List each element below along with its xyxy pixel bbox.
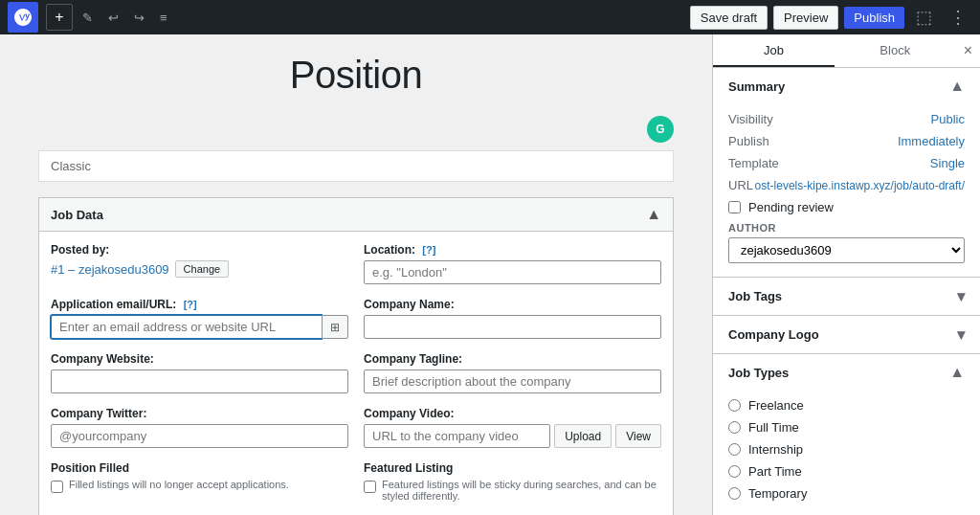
- job-type-label-part-time: Part Time: [748, 464, 802, 479]
- job-type-radio-part-time[interactable]: [728, 465, 741, 478]
- preview-button[interactable]: Preview: [773, 6, 838, 30]
- app-email-help[interactable]: [?]: [184, 299, 197, 310]
- tab-job[interactable]: Job: [713, 35, 835, 67]
- job-type-option-full-time: Full Time: [728, 420, 965, 435]
- visibility-value[interactable]: Public: [931, 112, 965, 126]
- settings-panel-button[interactable]: ⬚: [910, 3, 938, 32]
- wp-logo: [8, 2, 38, 33]
- company-twitter-label: Company Twitter:: [51, 407, 348, 420]
- author-section-label: AUTHOR: [728, 222, 965, 234]
- app-email-append-button[interactable]: ⊞: [322, 315, 348, 339]
- company-video-label: Company Video:: [364, 407, 661, 420]
- pending-review-checkbox[interactable]: [728, 201, 741, 213]
- job-data-section: Job Data ▲ Posted by: #1 – zejakosedu360…: [38, 197, 674, 515]
- job-data-header: Job Data ▲: [39, 198, 673, 232]
- change-user-button[interactable]: Change: [175, 260, 230, 278]
- job-types-section: Job Types ▲ FreelanceFull TimeInternship…: [713, 354, 980, 515]
- job-type-radio-temporary[interactable]: [728, 487, 741, 500]
- app-email-input[interactable]: [51, 315, 322, 339]
- summary-section: Summary ▲ Visibility Public Publish Imme…: [713, 68, 980, 278]
- posted-by-link[interactable]: #1 – zejakosedu3609: [51, 262, 169, 277]
- summary-header[interactable]: Summary ▲: [713, 68, 980, 104]
- job-tags-toggle-icon: ▾: [957, 287, 965, 305]
- featured-listing-label: Featured Listing: [364, 461, 661, 475]
- company-logo-section: Company Logo ▾: [713, 316, 980, 354]
- position-filled-checkbox[interactable]: [51, 481, 63, 493]
- publish-row: Publish Immediately: [728, 134, 965, 148]
- position-filled-label: Position Filled: [51, 461, 348, 475]
- job-type-label-internship: Internship: [748, 442, 803, 457]
- undo-button[interactable]: ↩: [102, 7, 124, 29]
- job-types-body: FreelanceFull TimeInternshipPart TimeTem…: [713, 391, 980, 515]
- company-logo-toggle-icon: ▾: [957, 325, 965, 344]
- company-twitter-input[interactable]: [51, 424, 348, 448]
- add-block-button[interactable]: +: [46, 4, 73, 31]
- upload-video-button[interactable]: Upload: [554, 424, 612, 448]
- author-select[interactable]: zejakosedu3609: [728, 237, 965, 263]
- job-types-header[interactable]: Job Types ▲: [713, 354, 980, 391]
- job-type-option-temporary: Temporary: [728, 486, 965, 501]
- posted-by-label: Posted by:: [51, 243, 348, 257]
- edit-button[interactable]: ✎: [77, 7, 99, 29]
- sidebar: Job Block × Summary ▲ Visibility Public …: [712, 34, 980, 515]
- pending-review-row: Pending review: [728, 200, 965, 214]
- template-value[interactable]: Single: [930, 156, 965, 170]
- collapse-job-data-button[interactable]: ▲: [646, 206, 661, 223]
- tab-block[interactable]: Block: [835, 35, 956, 67]
- more-options-button[interactable]: ⋮: [944, 3, 972, 32]
- view-video-button[interactable]: View: [615, 424, 661, 448]
- editor-area: Position G Classic Job Data ▲ Posted by:: [0, 34, 712, 515]
- location-help[interactable]: [?]: [422, 244, 435, 256]
- job-type-label-freelance: Freelance: [748, 398, 804, 413]
- visibility-row: Visibility Public: [728, 112, 965, 126]
- job-tags-header[interactable]: Job Tags ▾: [713, 278, 980, 315]
- job-type-radio-internship[interactable]: [728, 443, 741, 456]
- summary-toggle-icon: ▲: [949, 78, 965, 95]
- job-type-option-part-time: Part Time: [728, 464, 965, 479]
- redo-button[interactable]: ↪: [128, 7, 150, 29]
- template-row: Template Single: [728, 156, 965, 170]
- sidebar-close-button[interactable]: ×: [956, 34, 980, 67]
- job-types-toggle-icon: ▲: [949, 364, 965, 381]
- toolbar: + ✎ ↩ ↪ ≡ Save draft Preview Publish ⬚ ⋮: [0, 0, 980, 34]
- job-tags-section: Job Tags ▾: [713, 278, 980, 316]
- classic-block[interactable]: Classic: [38, 150, 674, 182]
- job-type-label-full-time: Full Time: [748, 420, 799, 435]
- url-row: URL ost-levels-kipe.instawp.xyz/job/auto…: [728, 178, 965, 192]
- job-type-radio-freelance[interactable]: [728, 399, 741, 412]
- publish-button[interactable]: Publish: [844, 7, 904, 29]
- list-view-button[interactable]: ≡: [154, 7, 173, 29]
- app-email-label: Application email/URL: [?]: [51, 298, 348, 311]
- company-name-label: Company Name:: [364, 298, 661, 311]
- company-logo-header[interactable]: Company Logo ▾: [713, 316, 980, 353]
- grammarly-badge: G: [647, 116, 674, 143]
- featured-listing-checkbox[interactable]: [364, 481, 376, 493]
- publish-value[interactable]: Immediately: [898, 134, 965, 148]
- job-type-option-internship: Internship: [728, 442, 965, 457]
- post-title[interactable]: Position: [38, 54, 674, 97]
- job-type-label-temporary: Temporary: [748, 486, 807, 501]
- job-type-option-freelance: Freelance: [728, 398, 965, 413]
- location-label: Location: [?]: [364, 243, 661, 257]
- position-filled-desc: Filled listings will no longer accept ap…: [69, 479, 289, 490]
- featured-listing-desc: Featured listings will be sticky during …: [382, 479, 661, 502]
- company-tagline-input[interactable]: [364, 369, 661, 393]
- company-website-input[interactable]: [51, 369, 348, 393]
- location-input[interactable]: [364, 260, 661, 284]
- job-type-radio-full-time[interactable]: [728, 421, 741, 434]
- company-website-label: Company Website:: [51, 352, 348, 366]
- company-tagline-label: Company Tagline:: [364, 352, 661, 366]
- url-value[interactable]: ost-levels-kipe.instawp.xyz/job/auto-dra…: [755, 179, 965, 192]
- save-draft-button[interactable]: Save draft: [690, 6, 768, 30]
- company-name-input[interactable]: [364, 315, 661, 339]
- company-video-input[interactable]: [364, 424, 550, 448]
